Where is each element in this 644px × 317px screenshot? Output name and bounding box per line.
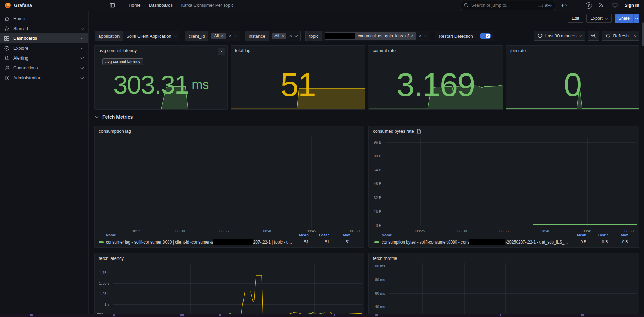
chevron-down-icon[interactable] bbox=[81, 26, 84, 30]
close-icon[interactable]: × bbox=[282, 34, 284, 38]
application-select[interactable]: Solifi Client Application bbox=[123, 31, 180, 41]
refresh-label: Refresh bbox=[613, 33, 629, 38]
topic-chip[interactable]: canonical_as_gain_loss_nf × bbox=[325, 32, 416, 40]
toggle-switch[interactable] bbox=[480, 33, 491, 39]
chevron-down-icon[interactable] bbox=[81, 76, 84, 79]
sidebar-item-home[interactable]: Home bbox=[0, 14, 88, 23]
monitor-icon[interactable] bbox=[611, 1, 619, 10]
legend-col-last[interactable]: Last * bbox=[319, 233, 329, 237]
series-swatch[interactable] bbox=[99, 241, 104, 243]
brand[interactable]: Grafana bbox=[0, 2, 37, 9]
close-icon[interactable]: × bbox=[221, 34, 223, 38]
legend-name-suffix: -20250207-t22-1 - uat_scb_ILS_... bbox=[505, 240, 568, 245]
divider bbox=[563, 16, 563, 21]
chevron-down-icon bbox=[634, 34, 638, 37]
legend-col-last[interactable]: Last * bbox=[598, 233, 608, 237]
timeseries-chart bbox=[113, 262, 362, 317]
stat-value: 51 bbox=[231, 63, 365, 107]
help-icon[interactable]: ? bbox=[586, 2, 592, 9]
annotation-mark bbox=[113, 314, 115, 316]
chevron-down-icon bbox=[424, 34, 427, 37]
panel-menu-button[interactable]: ⋮ bbox=[218, 48, 225, 55]
chevron-down-icon[interactable] bbox=[81, 66, 84, 69]
variables-bar: application Solifi Client Application cl… bbox=[95, 31, 494, 41]
panel-title[interactable]: avg commit latency bbox=[99, 48, 137, 53]
topic-select[interactable]: canonical_as_gain_loss_nf × × bbox=[322, 31, 430, 41]
stat-unit: ms bbox=[192, 78, 209, 91]
legend-col-mean[interactable]: Mean bbox=[299, 233, 309, 237]
breadcrumb-dashboards[interactable]: Dashboards bbox=[149, 3, 173, 8]
panel-commit-rate: commit rate 3.169 bbox=[368, 45, 503, 110]
legend-col-name[interactable]: Name bbox=[106, 233, 116, 237]
sidebar-item-administration[interactable]: Administration bbox=[0, 73, 88, 83]
client-id-chip[interactable]: All× bbox=[211, 33, 226, 39]
clear-icon[interactable]: × bbox=[419, 34, 421, 38]
sidebar-toggle-icon[interactable] bbox=[108, 1, 116, 10]
panel-consumed-bytes-rate: consumed bytes rate 96 B 80 B 64 B 48 B … bbox=[368, 126, 639, 248]
legend-col-max[interactable]: Max bbox=[621, 233, 628, 237]
panel-title[interactable]: fetch latency bbox=[99, 256, 124, 261]
sidebar-item-explore[interactable]: Explore bbox=[0, 43, 88, 53]
share-button[interactable]: Share bbox=[615, 14, 633, 23]
refresh-button[interactable]: Refresh bbox=[602, 31, 632, 41]
legend-col-mean[interactable]: Mean bbox=[577, 233, 586, 237]
series-swatch[interactable] bbox=[374, 241, 379, 243]
panel-title[interactable]: consumed bytes rate bbox=[373, 129, 421, 134]
sign-in-button[interactable]: Sign in bbox=[625, 3, 639, 8]
chevron-down-icon[interactable] bbox=[81, 56, 84, 59]
section-fetch-metrics[interactable]: Fetch Metrics bbox=[96, 114, 133, 120]
panel-title[interactable]: commit rate bbox=[373, 48, 396, 53]
legend-mean-value: 0 B bbox=[581, 240, 586, 244]
share-dropdown-button[interactable] bbox=[633, 14, 639, 23]
top-nav: Grafana Home › Dashboards › Kafka Consum… bbox=[0, 0, 644, 11]
sidebar-item-connections[interactable]: Connections bbox=[0, 63, 88, 73]
panel-description-icon[interactable] bbox=[417, 129, 421, 134]
legend-col-max[interactable]: Max bbox=[343, 233, 350, 237]
annotation-mark bbox=[375, 314, 378, 316]
compass-icon bbox=[4, 45, 10, 51]
sidebar-item-starred[interactable]: Starred bbox=[0, 23, 88, 33]
x-tick: 08:25 bbox=[415, 229, 425, 233]
scrollbar[interactable] bbox=[642, 22, 644, 46]
instance-select[interactable]: All× × bbox=[269, 31, 300, 41]
chevron-down-icon[interactable] bbox=[81, 36, 84, 39]
clear-icon[interactable]: × bbox=[229, 34, 231, 38]
legend-col-name[interactable]: Name bbox=[382, 233, 392, 237]
client-id-select[interactable]: All× × bbox=[208, 31, 240, 41]
stat-number: 303.31 bbox=[113, 72, 188, 98]
sidebar-item-alerting[interactable]: Alerting bbox=[0, 53, 88, 63]
shortcut-label: ⌘+k bbox=[544, 3, 552, 8]
breadcrumb-home[interactable]: Home bbox=[129, 3, 141, 8]
instance-chip[interactable]: All× bbox=[272, 33, 286, 39]
chevron-down-icon[interactable] bbox=[81, 46, 84, 49]
refresh-icon bbox=[606, 33, 610, 38]
clear-icon[interactable]: × bbox=[289, 34, 292, 38]
refresh-interval-dropdown[interactable] bbox=[632, 31, 639, 41]
chip-label: All bbox=[274, 34, 279, 38]
search-box[interactable]: ⌘+k bbox=[461, 1, 555, 10]
search-shortcut: ⌘+k bbox=[538, 3, 552, 8]
panel-title[interactable]: join rate bbox=[510, 48, 526, 53]
panel-title[interactable]: consumption lag bbox=[99, 129, 131, 134]
sidebar-item-label: Connections bbox=[13, 65, 38, 70]
panel-title[interactable]: total lag bbox=[235, 48, 251, 53]
legend-series-name[interactable]: consumer lag - solifi-consumer:8080 | cl… bbox=[106, 239, 292, 245]
kebab-icon: ⋮ bbox=[219, 49, 224, 54]
restart-detection-toggle[interactable] bbox=[476, 31, 494, 41]
filter-label: client_id bbox=[185, 31, 209, 41]
time-range-picker[interactable]: Last 30 minutes bbox=[534, 31, 585, 41]
search-input[interactable] bbox=[471, 2, 535, 8]
close-icon[interactable]: × bbox=[411, 34, 413, 38]
y-tick: 48 B bbox=[369, 182, 381, 186]
x-tick: 08:35 bbox=[499, 229, 509, 233]
new-button[interactable]: + bbox=[561, 2, 568, 9]
news-rss-icon[interactable] bbox=[597, 1, 606, 10]
panel-consumption-lag: consumption lag 08:25 08:30 08:35 08:40 … bbox=[94, 126, 364, 248]
zoom-out-button[interactable] bbox=[588, 31, 599, 41]
legend-series-name[interactable]: consumption bytes - solifi-consumer:8080… bbox=[382, 239, 568, 245]
panel-title[interactable]: fetch throttle bbox=[373, 256, 397, 261]
edit-button[interactable]: Edit bbox=[568, 14, 583, 23]
check-icon bbox=[487, 35, 489, 37]
sidebar-item-dashboards[interactable]: Dashboards bbox=[0, 33, 88, 43]
export-button[interactable]: Export bbox=[586, 14, 612, 23]
